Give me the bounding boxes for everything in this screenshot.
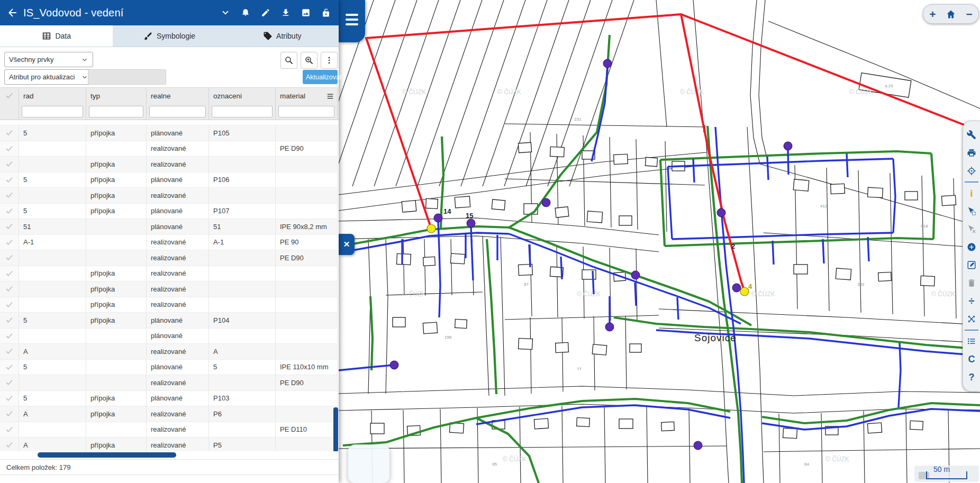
row-checkbox[interactable] (0, 157, 19, 172)
tab-data[interactable]: Data (0, 25, 113, 47)
row-checkbox[interactable] (0, 219, 19, 235)
row-checkbox[interactable] (0, 204, 19, 220)
history-c-button[interactable]: C (963, 350, 980, 368)
tab-symbologie[interactable]: Symbologie (113, 25, 225, 47)
select-add-button[interactable] (963, 202, 980, 220)
row-checkbox[interactable] (0, 360, 19, 376)
update-button[interactable]: Aktualizovat (303, 70, 338, 84)
tab-atributy[interactable]: Atributy (226, 25, 339, 47)
row-checkbox[interactable] (0, 172, 19, 188)
table-row[interactable]: 51plánované51IPE 90x8,2 mm (0, 219, 339, 235)
vertical-scrollbar-thumb[interactable] (333, 407, 338, 452)
pencil-icon-button[interactable] (258, 5, 273, 21)
table-row[interactable]: realizovanéPE D90 (0, 141, 339, 157)
column-header-realne[interactable]: realne (147, 88, 209, 104)
home-button[interactable] (943, 6, 959, 22)
table-row[interactable]: přípojkarealizované (0, 297, 339, 313)
table-row[interactable]: realizovanéPE D90 (0, 375, 339, 391)
wrench-button[interactable] (963, 126, 980, 144)
zoom-in-button[interactable]: + (924, 6, 940, 22)
row-checkbox[interactable] (0, 391, 19, 407)
table-row[interactable]: 5přípojkaplánovanéP103 (0, 391, 339, 407)
table-row[interactable]: plánované (0, 329, 339, 344)
table-row[interactable]: 5přípojkaplánovanéP105 (0, 125, 339, 141)
table-row[interactable]: přípojkarealizované (0, 281, 339, 297)
table-row[interactable]: přípojkarealizované (0, 157, 339, 172)
filter-input-oznaceni[interactable] (212, 106, 273, 117)
table-row[interactable]: 5přípojkaplánovanéP106 (0, 172, 339, 188)
edit-box-button[interactable] (963, 256, 980, 274)
image-icon-button[interactable] (298, 5, 313, 21)
filter-input-material[interactable] (278, 106, 334, 117)
table-row[interactable]: přípojkarealizované (0, 266, 339, 282)
column-header-material[interactable]: material (276, 88, 338, 104)
row-checkbox[interactable] (0, 266, 19, 282)
row-checkbox[interactable] (0, 281, 19, 297)
printer-button[interactable] (963, 144, 980, 162)
attribute-value-input[interactable] (88, 69, 166, 85)
network-node[interactable] (732, 284, 741, 292)
network-node[interactable] (784, 142, 792, 150)
horizontal-scrollbar[interactable] (0, 451, 339, 459)
table-row[interactable]: 5přípojkaplánovanéP107 (0, 204, 339, 220)
selected-node[interactable] (740, 287, 749, 296)
zoom-in-button[interactable] (301, 52, 317, 69)
zoom-out-button[interactable]: − (961, 6, 977, 22)
network-node[interactable] (434, 214, 442, 222)
row-checkbox[interactable] (0, 141, 19, 157)
table-row[interactable]: A-1realizovanéA-1PE 90 (0, 235, 339, 251)
download-icon-button[interactable] (278, 5, 293, 21)
panel-close-tab[interactable]: ✕ (339, 234, 355, 255)
row-checkbox[interactable] (0, 188, 19, 204)
table-row[interactable]: ApřípojkarealizovanéP6 (0, 406, 339, 422)
row-checkbox[interactable] (0, 329, 19, 344)
trash-button[interactable] (963, 274, 980, 292)
crosshair-button[interactable] (963, 162, 980, 180)
network-node[interactable] (467, 219, 475, 227)
filter-input-typ[interactable] (89, 106, 143, 117)
filter-input-rad[interactable] (22, 106, 83, 117)
network-node[interactable] (390, 361, 398, 369)
table-row[interactable]: 5plánované5IPE 110x10 mm (0, 360, 339, 376)
help-button[interactable]: ? (963, 368, 980, 386)
column-header-typ[interactable]: typ (86, 88, 147, 104)
unlock-icon-button[interactable] (318, 5, 333, 21)
row-checkbox[interactable] (0, 250, 19, 266)
table-row[interactable]: realizovanéPE D90 (0, 250, 339, 266)
network-node[interactable] (605, 323, 614, 331)
horizontal-scrollbar-thumb[interactable] (38, 452, 176, 458)
network-node[interactable] (542, 198, 550, 207)
row-checkbox[interactable] (0, 406, 19, 422)
column-header-rad[interactable]: rad (19, 88, 86, 104)
feature-filter-select[interactable]: Všechny prvky (4, 52, 93, 67)
network-node[interactable] (631, 271, 640, 279)
divide-button[interactable]: ÷ (963, 292, 980, 310)
table-row[interactable]: přípojkarealizované (0, 188, 339, 204)
row-checkbox[interactable] (0, 235, 19, 251)
info-button[interactable]: i (963, 184, 980, 202)
expand-button[interactable] (963, 310, 980, 328)
select-all-checkbox[interactable] (0, 88, 19, 104)
table-row[interactable]: 5přípojkaplánovanéP104 (0, 313, 339, 329)
table-row[interactable]: ArealizovanéA (0, 344, 339, 360)
table-row[interactable]: realizovanéPE D110 (0, 422, 339, 438)
bell-icon-button[interactable] (238, 5, 253, 21)
column-menu-icon[interactable] (325, 92, 335, 103)
list-button[interactable] (963, 332, 980, 350)
row-checkbox[interactable] (0, 344, 19, 360)
select-remove-button[interactable] (963, 220, 980, 238)
search-button[interactable] (280, 52, 297, 69)
map-mini-widget[interactable] (348, 444, 390, 483)
network-node[interactable] (694, 441, 702, 450)
network-node[interactable] (603, 59, 612, 68)
row-checkbox[interactable] (0, 375, 19, 391)
row-checkbox[interactable] (0, 297, 19, 313)
add-circle-button[interactable] (963, 238, 980, 256)
row-checkbox[interactable] (0, 125, 19, 141)
dots-button[interactable] (321, 52, 338, 69)
column-header-oznaceni[interactable]: oznaceni (209, 88, 276, 104)
back-button[interactable] (0, 7, 23, 19)
network-node[interactable] (717, 208, 725, 217)
attribute-select[interactable]: Atribut pro aktualizaci (4, 69, 93, 85)
selected-node[interactable] (427, 224, 435, 233)
